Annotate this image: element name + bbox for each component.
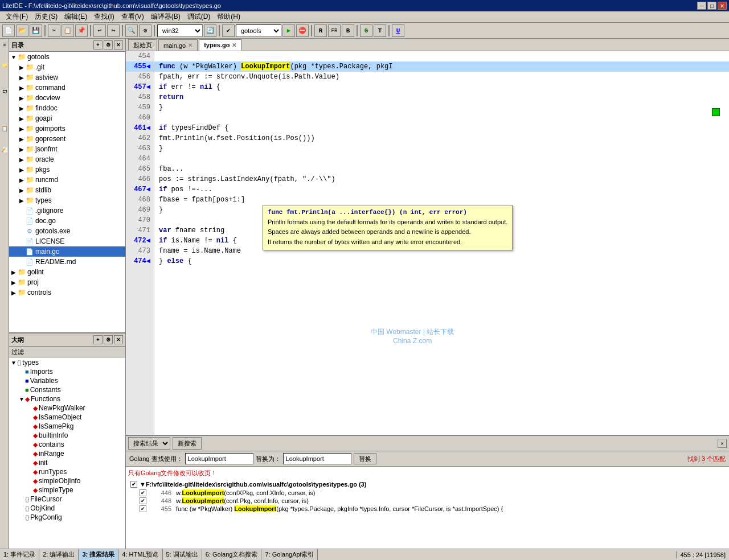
pkg-tree-item-goapi[interactable]: ▶📁goapi — [9, 113, 125, 123]
pkg-tree-item-README[interactable]: 📄README.md — [9, 257, 125, 267]
toolbar-btn-8[interactable]: ⚙ — [139, 24, 151, 37]
toolbar-btn-4[interactable]: ✂ — [48, 24, 60, 37]
pkg-tree-item-gotools_exe[interactable]: ⚙gotools.exe — [9, 226, 125, 236]
pkg-tree-item-gitignore[interactable]: 📄.gitignore — [9, 205, 125, 216]
pkg-tree-item-golint[interactable]: ▶📁golint — [9, 267, 125, 277]
side-icon-3[interactable]: 🗂 — [1, 88, 9, 96]
menu-history[interactable]: 历史(S) — [31, 11, 61, 23]
outline-item-FileCursor[interactable]: {}FileCursor — [9, 495, 125, 504]
toolbar-btn-R[interactable]: R — [314, 24, 327, 37]
toolbar-btn-stop[interactable]: ⛔ — [296, 24, 309, 37]
pkg-tree-item-controls[interactable]: ▶📁controls — [9, 287, 125, 298]
status-item-3[interactable]: 4: HTML预览 — [118, 549, 162, 560]
outline-item-Variables[interactable]: ■Variables — [9, 376, 125, 385]
close-button[interactable]: ✕ — [718, 2, 727, 10]
menu-build[interactable]: 编译器(B) — [148, 11, 184, 23]
toolbar-btn-FR[interactable]: FR — [328, 24, 341, 37]
pkg-tree-item-docview[interactable]: ▶📁docview — [9, 93, 125, 103]
search-result-row-0[interactable]: ✔446w.LookupImport(confXPkg, conf.XInfo,… — [128, 489, 727, 497]
tab-maingo-close[interactable]: ✕ — [188, 42, 193, 48]
search-term-input[interactable] — [185, 453, 253, 464]
outline-item-ObjKind[interactable]: {}ObjKind — [9, 504, 125, 513]
pkg-tree-item-LICENSE[interactable]: 📄LICENSE — [9, 236, 125, 246]
toolbar-btn-6[interactable]: 📌 — [75, 24, 88, 37]
side-icon-4[interactable]: 📋 — [1, 125, 9, 133]
tab-start[interactable]: 起始页 — [128, 39, 157, 51]
toolbar-btn-B[interactable]: B — [342, 24, 354, 37]
pkg-panel-btn-2[interactable]: ⚙ — [104, 40, 113, 50]
pkg-tree-item-jsonfmt[interactable]: ▶📁jsonfmt — [9, 144, 125, 154]
side-icon-1[interactable]: ≡ — [1, 41, 9, 49]
maximize-button[interactable]: □ — [707, 2, 716, 10]
side-icon-5[interactable]: 📝 — [1, 146, 9, 154]
outline-item-inRange[interactable]: ◆inRange — [9, 449, 125, 458]
pkg-tree-item-maingo[interactable]: 📄main.go — [9, 246, 125, 257]
outline-item-IsSamePkg[interactable]: ◆IsSamePkg — [9, 422, 125, 431]
pkg-tree-item-runcmd[interactable]: ▶📁runcmd — [9, 175, 125, 185]
status-item-0[interactable]: 1: 事件记录 — [0, 549, 39, 560]
toolbar-btn-7[interactable]: 🔍 — [125, 24, 138, 37]
pkg-panel-close[interactable]: ✕ — [114, 40, 123, 50]
pkg-tree-item-astview[interactable]: ▶📁astview — [9, 72, 125, 83]
menu-file[interactable]: 文件(F) — [2, 11, 31, 23]
outline-item-contains[interactable]: ◆contains — [9, 440, 125, 449]
new-search-button[interactable]: 新搜索 — [173, 437, 202, 450]
status-item-4[interactable]: 5: 调试输出 — [163, 549, 202, 560]
side-icon-2[interactable]: 📁 — [1, 61, 9, 69]
status-item-6[interactable]: 7: GolangApi索引 — [261, 549, 318, 560]
project-combo[interactable]: gotools — [236, 24, 281, 37]
status-item-2[interactable]: 3: 搜索结果 — [79, 549, 118, 560]
outline-item-Functions[interactable]: ▼◆Functions — [9, 394, 125, 403]
outline-item-Imports[interactable]: ■Imports — [9, 367, 125, 376]
search-result-row-1[interactable]: ✔448w.LookupImport(conf.Pkg, conf.Info, … — [128, 497, 727, 505]
toolbar-btn-5[interactable]: 📋 — [62, 24, 74, 37]
outline-panel-btn-2[interactable]: ⚙ — [104, 335, 113, 344]
toolbar-btn-2[interactable]: 📂 — [16, 24, 28, 37]
menu-debug[interactable]: 调试(D) — [184, 11, 214, 23]
outline-panel-btn-1[interactable]: + — [93, 335, 103, 344]
pkg-tree-item-git[interactable]: ▶📁.git — [9, 62, 125, 72]
pkg-tree-item-gotools[interactable]: ▼📁gotools — [9, 52, 125, 62]
pkg-tree-item-command[interactable]: ▶📁command — [9, 83, 125, 93]
file-checkbox[interactable]: ✔ — [130, 481, 137, 488]
outline-item-NewPkgWalker[interactable]: ◆NewPkgWalker — [9, 403, 125, 413]
pkg-tree-item-finddoc[interactable]: ▶📁finddoc — [9, 103, 125, 113]
pkg-tree-item-goimports[interactable]: ▶📁goimports — [9, 123, 125, 134]
status-item-5[interactable]: 6: Golang文档搜索 — [202, 549, 262, 560]
menu-help[interactable]: 帮助(H) — [214, 11, 244, 23]
search-result-file[interactable]: ✔▼ F:\vfc\liteide-git\liteidex\src\githu… — [128, 480, 727, 489]
tab-maingo[interactable]: main.go ✕ — [158, 39, 198, 51]
menu-find[interactable]: 查找(I) — [91, 11, 117, 23]
pkg-tree-item-proj[interactable]: ▶📁proj — [9, 277, 125, 287]
pkg-tree-item-stdlib[interactable]: ▶📁stdlib — [9, 185, 125, 195]
pkg-panel-btn-1[interactable]: + — [93, 40, 103, 50]
result-checkbox-2[interactable]: ✔ — [140, 505, 146, 512]
pkg-tree-item-gopresent[interactable]: ▶📁gopresent — [9, 134, 125, 144]
menu-view[interactable]: 查看(V) — [118, 11, 148, 23]
pkg-tree-item-docgo[interactable]: 📄doc.go — [9, 216, 125, 226]
replace-button[interactable]: 替换 — [354, 453, 376, 464]
pkg-tree-item-pkgs[interactable]: ▶📁pkgs — [9, 164, 125, 175]
outline-panel-close[interactable]: ✕ — [114, 335, 123, 344]
status-item-1[interactable]: 2: 编译输出 — [39, 549, 79, 560]
toolbar-btn-U[interactable]: U — [392, 24, 404, 37]
toolbar-btn-G[interactable]: G — [360, 24, 372, 37]
bottom-panel-dropdown[interactable]: 搜索结果 — [128, 437, 170, 450]
outline-item-Constants[interactable]: ■Constants — [9, 385, 125, 394]
minimize-button[interactable]: ─ — [697, 2, 706, 10]
toolbar-btn-T[interactable]: T — [374, 24, 386, 37]
toolbar-btn-redo[interactable]: ↪ — [107, 24, 120, 37]
result-checkbox-1[interactable]: ✔ — [140, 497, 146, 504]
outline-item-builtinInfo[interactable]: ◆builtinInfo — [9, 431, 125, 440]
menu-edit[interactable]: 编辑(E) — [61, 11, 91, 23]
outline-item-simpleObjInfo[interactable]: ◆simpleObjInfo — [9, 476, 125, 485]
outline-item-init[interactable]: ◆init — [9, 458, 125, 467]
search-result-row-2[interactable]: ✔455func (w *PkgWalker) LookupImport(pkg… — [128, 505, 727, 513]
platform-combo[interactable]: win32 — [157, 24, 203, 37]
toolbar-btn-1[interactable]: 📄 — [2, 24, 15, 37]
pkg-tree-item-oracle[interactable]: ▶📁oracle — [9, 154, 125, 164]
bottom-panel-close[interactable]: ✕ — [718, 439, 727, 448]
outline-item-IsSameObject[interactable]: ◆IsSameObject — [9, 413, 125, 422]
outline-item-types[interactable]: ▼{}types — [9, 358, 125, 367]
tab-typesgo[interactable]: types.go ✕ — [199, 39, 241, 51]
